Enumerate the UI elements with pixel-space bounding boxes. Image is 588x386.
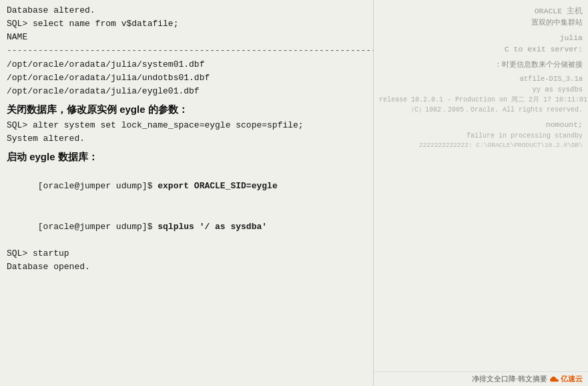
right-line-julia: julia [379, 32, 583, 43]
line-db-opened: Database opened. [7, 260, 366, 274]
yiyun-logo: 亿速云 [550, 374, 583, 384]
right-line-copyright: （C）1982，2005，Oracle. All rights reserved… [379, 105, 583, 115]
right-line-failure: failure in processing standby [379, 131, 583, 141]
line-name-header: NAME [7, 31, 366, 44]
right-line-5: yy as sysdbs [379, 85, 583, 95]
right-line-exit: C to exit server: [379, 43, 583, 55]
line-filepath-1: /opt/oracle/oradata/julia/system01.dbf [7, 58, 366, 71]
right-line-nomount: nomount; [379, 119, 583, 130]
bash-cmd-sqlplus: sqlplus '/ as sysdba' [158, 222, 267, 232]
right-panel: ORACLE 主机 置双的中集群站 julia C to exit server… [374, 0, 588, 386]
bash-prompt-text-1: [oracle@jumper udump]$ [38, 181, 158, 191]
line-filepath-3: /opt/oracle/oradata/julia/eygle01.dbf [7, 85, 366, 98]
line-select-name: SQL> select name from v$datafile; [7, 17, 366, 31]
line-separator: ----------------------------------------… [7, 44, 366, 57]
right-line-release: release 10.2.0.1 - Production on 周二 2月 1… [379, 95, 583, 105]
right-line-path: 2222222222222: C:\ORACLE\PRODUCT\10.2.0\… [379, 141, 583, 150]
line-sqlplus: [oracle@jumper udump]$ sqlplus '/ as sys… [7, 207, 366, 247]
right-line-1: ORACLE 主机 [379, 5, 583, 17]
line-filepath-2: /opt/oracle/oradata/julia/undotbs01.dbf [7, 71, 366, 85]
bottom-bar-text: 净排文全口降·韩文摘要 [472, 374, 547, 384]
main-container: Database altered. SQL> select name from … [0, 0, 588, 386]
bash-prompt-text-2: [oracle@jumper udump]$ [38, 222, 158, 232]
right-line-4: atfile-DIS_3.1a [379, 74, 583, 85]
right-line-3: ：时更信息数来个分储被接 [379, 59, 583, 70]
line-db-altered: Database altered. [7, 4, 366, 17]
bash-cmd-export: export ORACLE_SID=eygle [158, 181, 277, 191]
line-alter-system: SQL> alter system set lock_name_space=ey… [7, 119, 366, 132]
line-export-sid: [oracle@jumper udump]$ export ORACLE_SID… [7, 166, 366, 206]
left-terminal-panel: Database altered. SQL> select name from … [0, 0, 374, 386]
section-heading-1: 关闭数据库，修改原实例 eygle 的参数： [7, 104, 366, 116]
right-line-2: 置双的中集群站 [379, 17, 583, 28]
line-system-altered: System altered. [7, 132, 366, 146]
line-startup: SQL> startup [7, 247, 366, 260]
section-heading-2: 启动 eygle 数据库： [7, 151, 366, 164]
bottom-bar: 净排文全口降·韩文摘要 亿速云 [374, 371, 588, 386]
right-content: ORACLE 主机 置双的中集群站 julia C to exit server… [374, 0, 588, 386]
cloud-icon [550, 376, 559, 383]
